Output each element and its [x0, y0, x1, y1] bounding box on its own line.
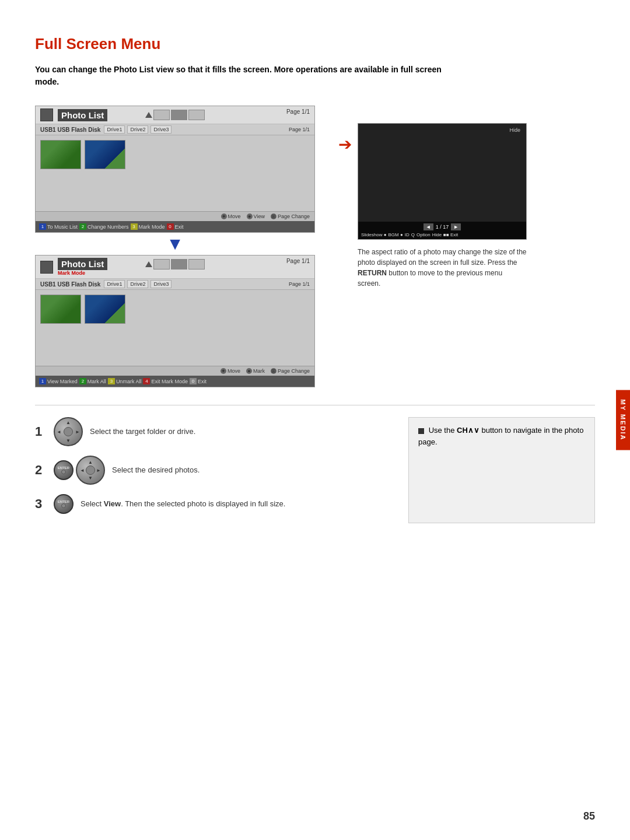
btn4-num: 0: [167, 223, 174, 230]
photo-thumb-3[interactable]: [40, 295, 81, 324]
footer-page-2: ⊞ Page Change: [271, 368, 310, 374]
remote-center-1: [64, 427, 73, 436]
btn5-label-2: Exit: [198, 379, 206, 384]
btn2-label-2: Mark All: [88, 379, 106, 384]
step-2: 2 ENTER ▲ ▼ ◄ ► Select the desired photo…: [35, 456, 391, 485]
nav-remote-2: ▲ ▼ ◄ ►: [76, 456, 105, 485]
footer-move-label: Move: [228, 214, 241, 219]
fullscreen-bottom: ◄ 1 / 17 ► Slideshow ● BGM ● ID: [358, 222, 526, 239]
footer-bar-2: ✦ Move ● Mark ⊞ Page Change: [36, 366, 314, 376]
tab-box-2a[interactable]: [153, 259, 170, 270]
fs-menu-bgm[interactable]: BGM ●: [388, 232, 403, 237]
footer-move-2: ✦ Move: [220, 368, 240, 374]
step-text-1: Select the target folder or drive.: [90, 426, 195, 437]
drive-tabs-1: Drive1 Drive2 Drive3: [104, 125, 172, 134]
page-indicator-top-2: Page 1/1: [286, 258, 310, 264]
bottom-buttons-2: 1 View Marked 2 Mark All 3 Unmark All 4 …: [36, 376, 314, 387]
btn1-num: 1: [39, 223, 46, 230]
drive1-tab[interactable]: Drive1: [104, 125, 125, 134]
step-number-1: 1: [35, 424, 47, 439]
drive-tabs-2: Drive1 Drive2 Drive3: [104, 280, 172, 288]
btn5-2: 0 Exit: [190, 378, 206, 384]
fs-menu-q[interactable]: Q: [411, 232, 415, 237]
bullet-square: [418, 428, 424, 434]
tab-box-3[interactable]: [188, 110, 205, 120]
arrow-right: ➔: [332, 135, 358, 154]
triangle-up-2: [145, 261, 152, 267]
page-indicator-top-1: Page 1/1: [286, 108, 310, 115]
screen-mockup-1: Photo List Page 1/1 USB1 USB Flash Disk …: [35, 106, 315, 233]
nav-next[interactable]: ►: [451, 223, 461, 230]
tab-box-2b[interactable]: [171, 259, 187, 270]
drive1-tab-2[interactable]: Drive1: [104, 280, 125, 288]
footer-bar-1: ✦ Move ● View ⊞ Page Change: [36, 211, 314, 221]
tab-box-2c[interactable]: [188, 259, 205, 270]
step-text-2: Select the desired photos.: [112, 465, 200, 475]
fs-menu-exit[interactable]: ■■ Exit: [443, 232, 458, 237]
footer-move-label-2: Move: [228, 368, 240, 374]
screen-header-2: Photo List Mark Mode Page 1/1: [36, 256, 314, 279]
tab-bar-1: [145, 110, 205, 120]
enter-dot-2: [61, 470, 66, 474]
step2-buttons: ENTER ▲ ▼ ◄ ►: [54, 456, 105, 485]
btn3-2: 3 Unmark All: [108, 378, 142, 384]
fs-menu-id[interactable]: ID: [405, 232, 410, 237]
fs-menu-hide[interactable]: Hide: [432, 232, 442, 237]
side-tab-label: MY MEDIA: [620, 400, 626, 441]
btn3-1: 3 Mark Mode: [131, 223, 165, 230]
btn1-1: 1 To Music List: [39, 223, 78, 230]
footer-page-1: ⊞ Page Change: [271, 214, 310, 219]
side-tab: MY MEDIA: [616, 390, 630, 450]
view-icon: ●: [247, 214, 253, 219]
hint-text: Use the CH∧∨ button to navigate in the p…: [418, 426, 583, 446]
remote-center-2: [86, 466, 95, 475]
photo-list-icon: [40, 108, 53, 121]
left-panel: Photo List Page 1/1 USB1 USB Flash Disk …: [35, 106, 315, 387]
drive3-tab[interactable]: Drive3: [150, 125, 172, 134]
tab-box-1[interactable]: [153, 110, 170, 120]
caption-text: The aspect ratio of a photo may change t…: [358, 247, 527, 289]
fs-menu-slideshow[interactable]: Slideshow ●: [361, 232, 387, 237]
remote-circle-1: ▲ ▼ ◄ ►: [54, 417, 83, 446]
nav-prev[interactable]: ◄: [424, 223, 433, 230]
btn2-2: 2 Mark All: [79, 378, 106, 384]
thumb-blue: [85, 141, 125, 169]
tab-box-2[interactable]: [171, 110, 187, 120]
btn4-2-num: 4: [143, 378, 150, 384]
step-1: 1 ▲ ▼ ◄ ► Select the target folder or dr…: [35, 417, 391, 446]
fs-menu-option[interactable]: Option: [416, 232, 430, 237]
main-content: Photo List Page 1/1 USB1 USB Flash Disk …: [35, 106, 595, 387]
footer-page-label: Page Change: [278, 214, 310, 219]
btn4-1: 0 Exit: [167, 223, 184, 230]
steps-section: 1 ▲ ▼ ◄ ► Select the target folder or dr…: [35, 405, 595, 523]
step-number-2: 2: [35, 463, 47, 478]
triangle-up-1: [145, 112, 152, 118]
drive2-tab-2[interactable]: Drive2: [127, 280, 148, 288]
page-right-1: Page 1/1: [289, 127, 310, 132]
btn2-1: 2 Change Numbers: [79, 223, 129, 230]
btn1-2: 1 View Marked: [39, 378, 78, 384]
btn4-label-2: Exit Mark Mode: [151, 379, 188, 384]
step-3: 3 ENTER Select View. Then the selected p…: [35, 494, 391, 514]
page-right-2: Page 1/1: [289, 281, 310, 287]
photo-thumb-4[interactable]: [85, 295, 125, 324]
btn2-label-1: Change Numbers: [88, 224, 129, 230]
nav-count: 1 / 17: [436, 224, 449, 230]
fullscreen-mockup: Hide ◄ 1 / 17 ► Slideshow ●: [358, 123, 527, 240]
photo-thumb-2[interactable]: [85, 140, 125, 169]
screen-header-1: Photo List Page 1/1: [36, 106, 314, 124]
drive3-tab-2[interactable]: Drive3: [150, 280, 172, 288]
photo-list-title-1: Photo List: [58, 109, 107, 121]
photo-grid-2: [36, 290, 314, 366]
btn5-2-num: 0: [190, 378, 197, 384]
btn1-2-num: 1: [39, 378, 46, 384]
mark-icon-2: ●: [246, 368, 252, 374]
footer-view-label: View: [254, 214, 265, 219]
photo-list-title-2: Photo List: [58, 258, 107, 270]
page-icon-2: ⊞: [271, 368, 276, 374]
bottom-buttons-1: 1 To Music List 2 Change Numbers 3 Mark …: [36, 221, 314, 232]
page-number: 85: [583, 810, 595, 822]
footer-mark-label: Mark: [253, 368, 265, 374]
photo-thumb-1[interactable]: [40, 140, 81, 169]
drive2-tab[interactable]: Drive2: [127, 125, 148, 134]
